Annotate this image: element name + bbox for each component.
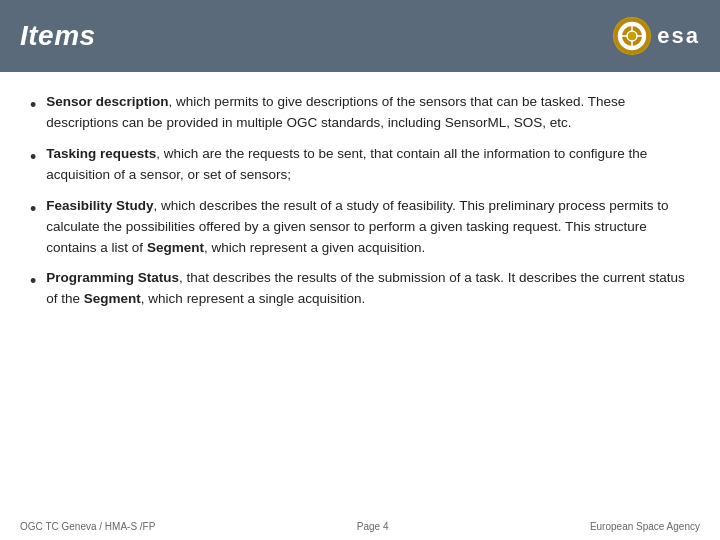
svg-point-1 [619,23,645,49]
footer-right: European Space Agency [590,521,700,532]
term-4: Programming Status [46,270,179,285]
slide-title: Items [20,20,96,52]
slide: Items esa • Sensor description, which pe… [0,0,720,540]
slide-footer: OGC TC Geneva / HMA-S /FP Page 4 Europea… [0,515,720,540]
footer-left: OGC TC Geneva / HMA-S /FP [20,521,155,532]
term-3-after: , which represent a given acquisition. [204,240,425,255]
slide-header: Items esa [0,0,720,72]
bullet-text-4: Programming Status, that describes the r… [46,268,690,310]
term-4-inline-bold: Segment [84,291,141,306]
bullet-item-2: • Tasking requests, which are the reques… [30,144,690,186]
slide-content: • Sensor description, which permits to g… [0,72,720,515]
footer-center: Page 4 [357,521,389,532]
esa-logo: esa [613,17,700,55]
term-3: Feasibility Study [46,198,153,213]
bullet-dot-2: • [30,145,36,170]
term-3-inline-bold: Segment [147,240,204,255]
term-4-after: , which represent a single acquisition. [141,291,365,306]
esa-logo-icon [613,17,651,55]
term-1: Sensor description [46,94,168,109]
svg-point-2 [627,31,637,41]
bullet-item-3: • Feasibility Study, which describes the… [30,196,690,259]
term-2: Tasking requests [46,146,156,161]
bullet-dot-4: • [30,269,36,294]
bullet-text-1: Sensor description, which permits to giv… [46,92,690,134]
svg-point-0 [614,18,650,54]
bullet-text-2: Tasking requests, which are the requests… [46,144,690,186]
bullet-item-1: • Sensor description, which permits to g… [30,92,690,134]
bullet-dot-1: • [30,93,36,118]
bullet-dot-3: • [30,197,36,222]
bullet-text-3: Feasibility Study, which describes the r… [46,196,690,259]
bullet-item-4: • Programming Status, that describes the… [30,268,690,310]
esa-logo-text: esa [657,23,700,49]
